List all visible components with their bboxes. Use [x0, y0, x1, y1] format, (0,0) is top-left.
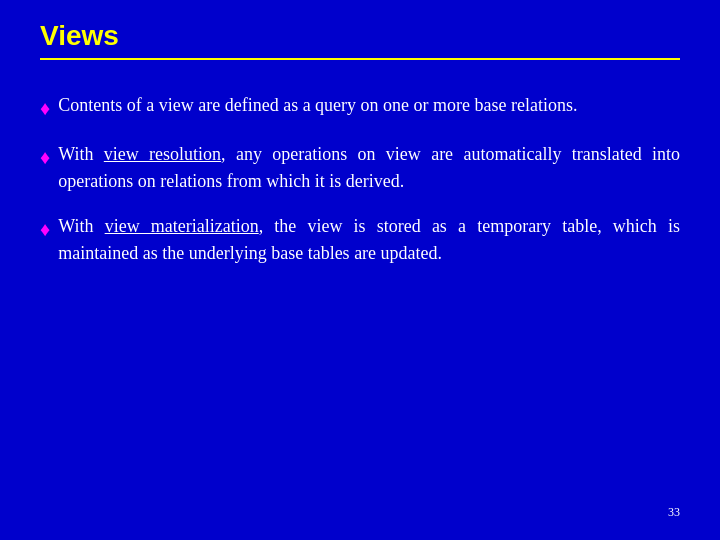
content-area: ♦ Contents of a view are defined as a qu… — [40, 76, 680, 497]
slide: Views ♦ Contents of a view are defined a… — [0, 0, 720, 540]
bullet-diamond-2: ♦ — [40, 142, 50, 172]
slide-title: Views — [40, 20, 680, 52]
title-section: Views — [40, 20, 680, 60]
page-number: 33 — [40, 497, 680, 520]
bullet-text-3: With view materialization, the view is s… — [58, 213, 680, 267]
view-resolution-link: view resolution — [104, 144, 221, 164]
bullet-item-1: ♦ Contents of a view are defined as a qu… — [40, 92, 680, 123]
view-materialization-link: view materialization — [105, 216, 259, 236]
bullet-diamond-3: ♦ — [40, 214, 50, 244]
bullet-text-1: Contents of a view are defined as a quer… — [58, 92, 680, 119]
bullet-text-2: With view resolution, any operations on … — [58, 141, 680, 195]
title-underline — [40, 58, 680, 60]
bullet-item-3: ♦ With view materialization, the view is… — [40, 213, 680, 267]
bullet-item-2: ♦ With view resolution, any operations o… — [40, 141, 680, 195]
bullet-diamond-1: ♦ — [40, 93, 50, 123]
